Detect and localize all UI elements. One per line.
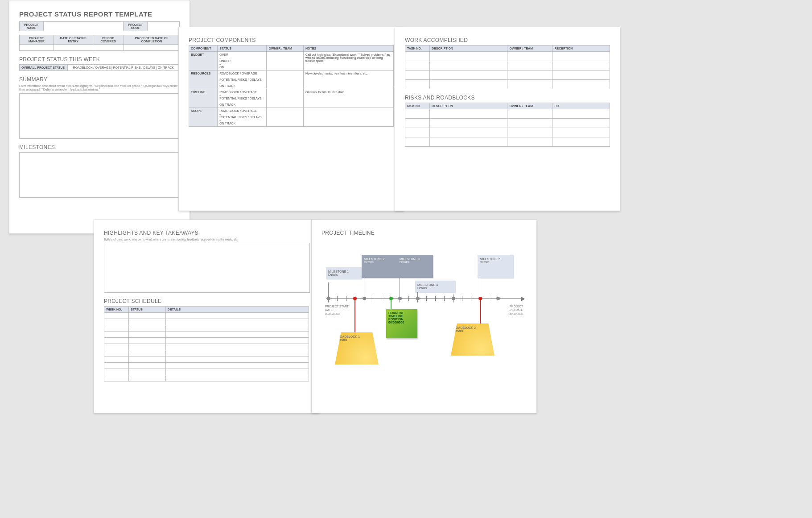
status-table: OVERALL PROJECT STATUS ROADBLOCK / OVERA…	[19, 64, 180, 71]
risk-hdr-0: RISK NO.	[405, 103, 430, 109]
table-row[interactable]	[104, 356, 309, 363]
comp-owner[interactable]	[267, 89, 304, 108]
comp-name: SCOPE	[189, 108, 218, 127]
dot-icon	[452, 297, 455, 300]
page-4: HIGHLIGHTS AND KEY TAKEAWAYS Bullets of …	[94, 220, 319, 413]
table-row: SCOPE ROADBLOCK / OVERAGE – POTENTIAL RI…	[189, 108, 394, 127]
dot-icon	[496, 297, 500, 300]
comp-status[interactable]: ROADBLOCK / OVERAGE – POTENTIAL RISKS / …	[218, 89, 267, 108]
sched-hdr-2: DETAILS	[165, 307, 309, 313]
table-row[interactable]	[104, 332, 309, 338]
roadblock-line	[480, 298, 481, 325]
table-row[interactable]	[104, 363, 309, 369]
table-row[interactable]	[104, 350, 309, 356]
comp-owner[interactable]	[267, 108, 304, 127]
work-table: TASK NO. DESCRIPTION OWNER / TEAM RECEPT…	[405, 45, 610, 89]
overall-status-header: OVERALL PROJECT STATUS	[20, 65, 68, 71]
table-row[interactable]	[405, 109, 610, 119]
work-title: WORK ACCOMPLISHED	[405, 37, 610, 43]
table-row[interactable]	[104, 319, 309, 325]
table-row[interactable]	[104, 344, 309, 350]
project-code-header: PROJECT CODE	[124, 22, 148, 31]
project-code-cell[interactable]	[148, 22, 180, 31]
meta-col-3: PROJECTED DATE OF COMPLETION	[124, 35, 180, 45]
table-row[interactable]	[405, 52, 610, 61]
comp-notes[interactable]: Call out highlights: "Exceptional work,"…	[304, 52, 394, 70]
comp-owner[interactable]	[267, 70, 304, 89]
summary-title: SUMMARY	[19, 76, 180, 83]
comp-status[interactable]: ROADBLOCK / OVERAGE – POTENTIAL RISKS / …	[218, 108, 267, 127]
timeline: MILESTONE 1 Details MILESTONE 2 Details …	[322, 238, 527, 381]
arrow-icon	[521, 297, 525, 301]
table-row[interactable]	[405, 61, 610, 70]
roadblock-box: ROADBLOCK 1 Details	[335, 332, 379, 365]
highlights-title: HIGHLIGHTS AND KEY TAKEAWAYS	[104, 230, 309, 236]
milestone-box: MILESTONE 5 Details	[478, 255, 513, 278]
comp-notes[interactable]	[304, 108, 394, 127]
highlights-hint: Bullets of great work, who owns what, wh…	[104, 238, 309, 241]
roadblock-box: ROADBLOCK 2 Details	[451, 323, 495, 356]
risk-hdr-2: OWNER / TEAM	[507, 103, 552, 109]
comp-name: BUDGET	[189, 52, 218, 70]
table-row[interactable]	[405, 128, 610, 137]
status-section-title: PROJECT STATUS THIS WEEK	[19, 56, 180, 62]
milestones-box[interactable]	[19, 152, 181, 198]
comp-hdr-0: COMPONENT	[189, 46, 218, 52]
table-row[interactable]	[405, 137, 610, 147]
milestone-box: MILESTONE 1 Details	[326, 267, 362, 279]
comp-notes[interactable]: On track to final launch date	[304, 89, 394, 108]
page-2: PROJECT COMPONENTS COMPONENT STATUS OWNE…	[178, 27, 404, 211]
work-hdr-3: RECEPTION	[552, 46, 610, 52]
comp-notes[interactable]: New developments, new team members, etc.	[304, 70, 394, 89]
project-name-header: PROJECT NAME	[20, 22, 44, 31]
dot-icon	[327, 297, 330, 300]
comp-hdr-3: NOTES	[304, 46, 394, 52]
table-row: RESOURCES ROADBLOCK / OVERAGE – POTENTIA…	[189, 70, 394, 89]
risk-hdr-1: DESCRIPTION	[430, 103, 507, 109]
comp-owner[interactable]	[267, 52, 304, 70]
highlights-box[interactable]	[104, 243, 310, 293]
end-date-label: PROJECT END DATE 00/00/0000	[508, 305, 523, 316]
meta-cell[interactable]	[54, 45, 93, 51]
page-title: PROJECT STATUS REPORT TEMPLATE	[19, 10, 180, 18]
roadblock-line	[354, 298, 355, 334]
table-row[interactable]	[405, 80, 610, 89]
schedule-title: PROJECT SCHEDULE	[104, 298, 309, 304]
meta-col-1: DATE OF STATUS ENTRY	[54, 35, 93, 45]
project-id-table: PROJECT NAME PROJECT CODE	[19, 21, 180, 31]
comp-hdr-1: STATUS	[218, 46, 267, 52]
comp-name: TIMELINE	[189, 89, 218, 108]
timeline-title: PROJECT TIMELINE	[322, 230, 527, 236]
status-options[interactable]: ROADBLOCK / OVERAGE | POTENTIAL RISKS / …	[67, 65, 179, 71]
table-row[interactable]	[104, 369, 309, 375]
meta-cell[interactable]	[93, 45, 124, 51]
page-1: PROJECT STATUS REPORT TEMPLATE PROJECT N…	[9, 0, 190, 234]
table-row[interactable]	[405, 119, 610, 128]
work-hdr-1: DESCRIPTION	[430, 46, 507, 52]
components-title: PROJECT COMPONENTS	[189, 37, 394, 43]
comp-name: RESOURCES	[189, 70, 218, 89]
milestones-title: MILESTONES	[19, 144, 180, 150]
start-date-label: PROJECT START DATE 00/00/0000	[325, 305, 349, 316]
table-row[interactable]	[405, 70, 610, 80]
components-table: COMPONENT STATUS OWNER / TEAM NOTES BUDG…	[189, 45, 394, 127]
comp-status[interactable]: ROADBLOCK / OVERAGE – POTENTIAL RISKS / …	[218, 70, 267, 89]
work-hdr-0: TASK NO.	[405, 46, 430, 52]
comp-status[interactable]: OVER – UNDER – ON	[218, 52, 267, 70]
table-row[interactable]	[104, 338, 309, 344]
risks-table: RISK NO. DESCRIPTION OWNER / TEAM FIX	[405, 103, 610, 147]
meta-cell[interactable]	[20, 45, 54, 51]
sched-hdr-1: STATUS	[129, 307, 166, 313]
table-row[interactable]	[104, 375, 309, 381]
summary-box[interactable]	[19, 93, 181, 139]
meta-cell[interactable]	[124, 45, 180, 51]
meta-col-2: PERIOD COVERED	[93, 35, 124, 45]
project-meta-table: PROJECT MANAGER DATE OF STATUS ENTRY PER…	[19, 35, 180, 51]
risk-hdr-3: FIX	[552, 103, 610, 109]
table-row[interactable]	[104, 313, 309, 319]
project-name-cell[interactable]	[43, 22, 124, 31]
meta-col-0: PROJECT MANAGER	[20, 35, 54, 45]
table-row[interactable]	[104, 325, 309, 332]
schedule-table: WEEK NO. STATUS DETAILS	[104, 306, 309, 381]
risks-title: RISKS AND ROADBLOCKS	[405, 95, 610, 101]
